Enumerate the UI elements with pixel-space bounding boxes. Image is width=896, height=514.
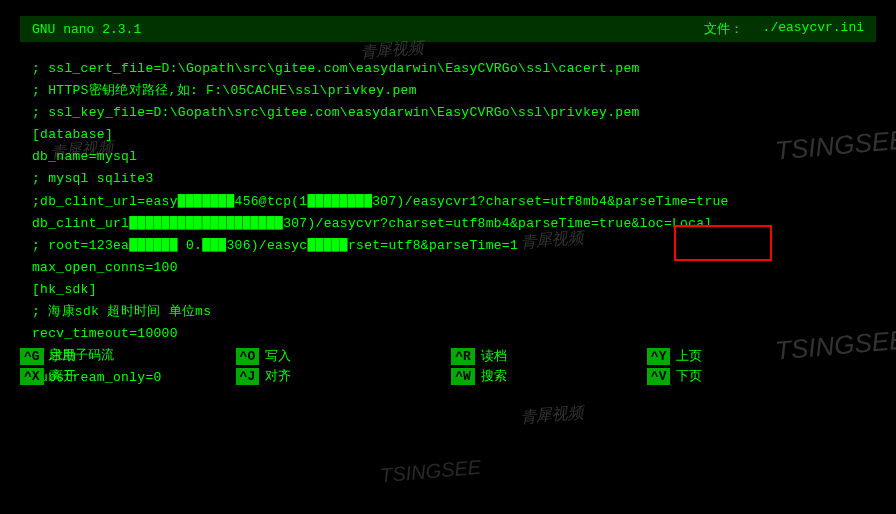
key-label: 上页 bbox=[676, 347, 702, 365]
shortcut-exit[interactable]: ^X 离开 bbox=[20, 367, 76, 385]
key-badge: ^Y bbox=[647, 348, 671, 365]
shortcut-help[interactable]: ^G 求助 bbox=[20, 347, 76, 365]
key-label: 离开 bbox=[50, 367, 76, 385]
nano-editor[interactable]: GNU nano 2.3.1 文件： ./easycvr.ini ; ssl_c… bbox=[0, 0, 896, 397]
config-line: ; ssl_key_file=D:\Gopath\src\gitee.com\e… bbox=[32, 102, 864, 124]
key-badge: ^G bbox=[20, 348, 44, 365]
shortcut-pagedown[interactable]: ^V 下页 bbox=[647, 367, 703, 385]
key-label: 下页 bbox=[676, 367, 702, 385]
key-label: 写入 bbox=[265, 347, 291, 365]
shortcut-write[interactable]: ^O 写入 bbox=[236, 347, 292, 365]
shortcut-justify[interactable]: ^J 对齐 bbox=[236, 367, 292, 385]
key-label: 读档 bbox=[481, 347, 507, 365]
shortcut-pageup[interactable]: ^Y 上页 bbox=[647, 347, 703, 365]
config-line: ; 海康sdk 超时时间 单位ms bbox=[32, 301, 864, 323]
key-label: 求助 bbox=[50, 347, 76, 365]
key-badge: ^R bbox=[451, 348, 475, 365]
config-line: db_clint_url███████████████████307)/easy… bbox=[32, 213, 864, 235]
key-badge: ^O bbox=[236, 348, 260, 365]
watermark-cn: 青犀视频 bbox=[519, 402, 585, 428]
key-label: 对齐 bbox=[265, 367, 291, 385]
config-line: ;db_clint_url=easy███████456@tcp(1██████… bbox=[32, 191, 864, 213]
config-line: ; ssl_cert_file=D:\Gopath\src\gitee.com\… bbox=[32, 58, 864, 80]
file-label: 文件： bbox=[384, 20, 743, 38]
config-line: max_open_conns=100 bbox=[32, 257, 864, 279]
shortcut-read[interactable]: ^R 读档 bbox=[451, 347, 507, 365]
editor-content[interactable]: ; ssl_cert_file=D:\Gopath\src\gitee.com\… bbox=[20, 58, 876, 389]
key-label: 搜索 bbox=[481, 367, 507, 385]
watermark-logo: TSINGSEE bbox=[379, 456, 482, 488]
nano-footer: ^G 求助 ^X 离开 ^O 写入 ^J 对齐 ^R 读档 bbox=[20, 347, 876, 385]
file-path: ./easycvr.ini bbox=[743, 20, 864, 38]
key-badge: ^J bbox=[236, 368, 260, 385]
config-line: recv_timeout=10000 bbox=[32, 323, 864, 345]
key-badge: ^V bbox=[647, 368, 671, 385]
config-line: ; HTTPS密钥绝对路径,如: F:\05CACHE\ssl\privkey.… bbox=[32, 80, 864, 102]
config-line: db_name=mysql bbox=[32, 146, 864, 168]
nano-header: GNU nano 2.3.1 文件： ./easycvr.ini bbox=[20, 16, 876, 42]
config-line: [hk_sdk] bbox=[32, 279, 864, 301]
shortcut-search[interactable]: ^W 搜索 bbox=[451, 367, 507, 385]
config-line: ; mysql sqlite3 bbox=[32, 168, 864, 190]
key-badge: ^W bbox=[451, 368, 475, 385]
config-line: [database] bbox=[32, 124, 864, 146]
config-line: ; root=123ea██████ 0.███306)/easyc█████r… bbox=[32, 235, 864, 257]
key-badge: ^X bbox=[20, 368, 44, 385]
app-version: GNU nano 2.3.1 bbox=[32, 22, 141, 37]
